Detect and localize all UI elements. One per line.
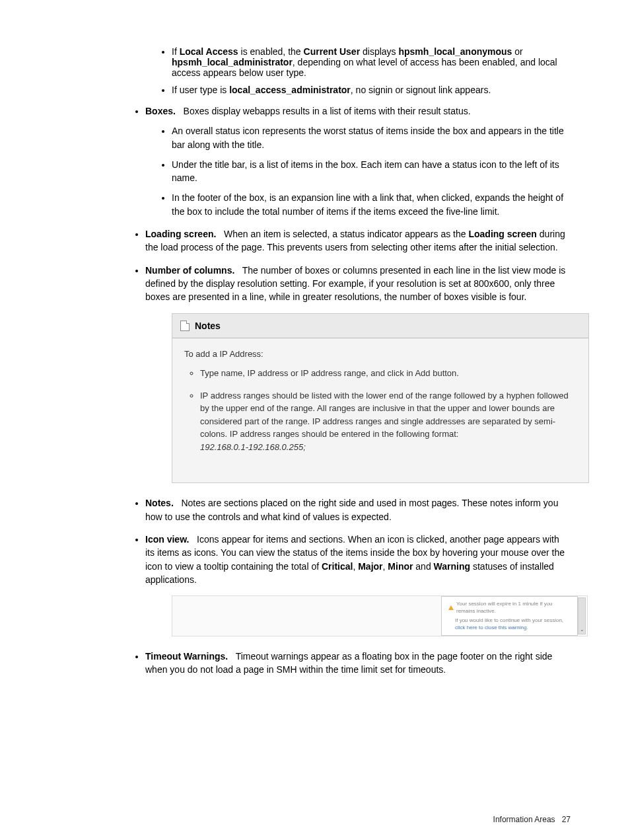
loading-item: Loading screen. When an item is selected… bbox=[145, 227, 571, 254]
document-icon bbox=[180, 321, 190, 331]
local-access-sub2: If user type is local_access_administrat… bbox=[172, 85, 571, 95]
notes-item: Notes. Notes are sections placed on the … bbox=[145, 496, 571, 523]
bold-text: hpsmh_local_anonymous bbox=[398, 46, 512, 57]
timeout-text1: Your session will expire in 1 minute if … bbox=[456, 601, 571, 615]
bold-text: Major bbox=[358, 561, 382, 572]
local-access-sublist: If Local Access is enabled, the Current … bbox=[59, 46, 571, 95]
timeout-item: Timeout Warnings. Timeout warnings appea… bbox=[145, 650, 571, 677]
item-label: Notes. bbox=[145, 498, 174, 508]
notes-figure-body: To add a IP Address: Type name, IP addre… bbox=[172, 338, 588, 483]
main-bullet-list: Boxes. Boxes display webapps results in … bbox=[59, 104, 571, 677]
boxes-sub3: In the footer of the box, is an expansio… bbox=[172, 191, 571, 218]
timeout-figure: Your session will expire in 1 minute if … bbox=[172, 595, 588, 636]
timeout-warning-box: Your session will expire in 1 minute if … bbox=[441, 596, 578, 636]
footer-section: Information Areas bbox=[493, 815, 555, 824]
item-label: Number of columns. bbox=[145, 265, 234, 276]
boxes-item: Boxes. Boxes display webapps results in … bbox=[145, 104, 571, 218]
bold-text: Warning bbox=[434, 561, 470, 572]
footer-page-number: 27 bbox=[562, 815, 571, 824]
bold-text: Current User bbox=[304, 46, 361, 57]
text: or bbox=[512, 46, 522, 57]
timeout-close-link[interactable]: click here to close this warning bbox=[455, 625, 527, 630]
item-label: Icon view. bbox=[145, 534, 189, 545]
document-page: If Local Access is enabled, the Current … bbox=[0, 0, 630, 677]
item-label: Timeout Warnings. bbox=[145, 651, 228, 662]
timeout-line2: If you would like to continue with your … bbox=[448, 617, 571, 631]
page-footer: Information Areas 27 bbox=[493, 815, 571, 824]
text: If bbox=[172, 46, 180, 57]
local-access-sub1: If Local Access is enabled, the Current … bbox=[172, 46, 571, 78]
notes-figure-intro: To add a IP Address: bbox=[184, 348, 577, 361]
bold-text: Critical bbox=[322, 561, 353, 572]
notes-figure: Notes To add a IP Address: Type name, IP… bbox=[172, 313, 589, 484]
notes-figure-item2: IP address ranges should be listed with … bbox=[200, 389, 577, 454]
timeout-text2: If you would like to continue with your … bbox=[455, 617, 563, 623]
text: , no signin or signout link appears. bbox=[351, 85, 491, 95]
bold-text: Minor bbox=[388, 561, 413, 572]
boxes-sublist: An overall status icon represents the wo… bbox=[145, 124, 571, 218]
bold-text: Local Access bbox=[180, 46, 238, 57]
bold-text: local_access_administrator bbox=[229, 85, 351, 95]
text: and bbox=[413, 561, 433, 572]
text: IP address ranges should be listed with … bbox=[200, 391, 569, 439]
notes-figure-title-bar: Notes bbox=[172, 314, 588, 338]
notes-figure-list: Type name, IP address or IP address rang… bbox=[184, 367, 577, 453]
notes-figure-title: Notes bbox=[195, 319, 221, 332]
text: When an item is selected, a status indic… bbox=[224, 229, 468, 239]
text: is enabled, the bbox=[238, 46, 304, 57]
bold-text: Loading screen bbox=[468, 229, 536, 239]
item-text: Boxes display webapps results in a list … bbox=[184, 106, 471, 116]
scrollbar[interactable]: ⌄ bbox=[578, 597, 586, 634]
text: displays bbox=[360, 46, 398, 57]
notes-figure-item1: Type name, IP address or IP address rang… bbox=[200, 367, 577, 380]
bold-text: hpsmh_local_administrator bbox=[172, 57, 293, 67]
columns-item: Number of columns. The number of boxes o… bbox=[145, 264, 571, 484]
chevron-down-icon: ⌄ bbox=[580, 626, 584, 634]
item-text: Notes are sections placed on the right s… bbox=[145, 498, 558, 521]
boxes-sub1: An overall status icon represents the wo… bbox=[172, 124, 571, 151]
timeout-line1: Your session will expire in 1 minute if … bbox=[448, 601, 571, 615]
text: If user type is bbox=[172, 85, 229, 95]
ip-range-example: 192.168.0.1-192.168.0.255; bbox=[200, 442, 306, 452]
warning-icon bbox=[448, 605, 454, 610]
item-label: Boxes. bbox=[145, 106, 176, 116]
iconview-item: Icon view. Icons appear for items and se… bbox=[145, 533, 571, 636]
item-label: Loading screen. bbox=[145, 229, 216, 239]
boxes-sub2: Under the title bar, is a list of items … bbox=[172, 158, 571, 185]
